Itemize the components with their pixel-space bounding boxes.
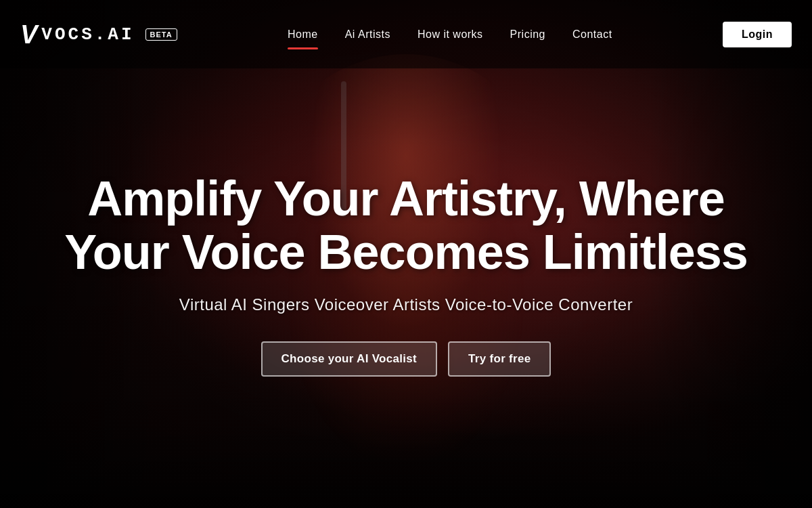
- beta-badge: BETA: [145, 28, 177, 41]
- hero-subtitle: Virtual AI Singers Voiceover Artists Voi…: [179, 295, 633, 314]
- hero-title-line2: Your Voice Becomes Limitless: [64, 226, 748, 279]
- nav-item-contact[interactable]: Contact: [572, 28, 612, 41]
- nav-link-contact[interactable]: Contact: [572, 28, 612, 44]
- nav-item-how-it-works[interactable]: How it works: [418, 28, 483, 41]
- nav-item-pricing[interactable]: Pricing: [510, 28, 545, 41]
- choose-vocalist-button[interactable]: Choose your AI Vocalist: [261, 341, 438, 377]
- hero-buttons: Choose your AI Vocalist Try for free: [261, 341, 551, 377]
- hero-title-line1: Amplify Your Artistry, Where: [87, 172, 725, 226]
- hero-section: V VOCS.AI BETA Home Ai Artists How it wo…: [0, 0, 812, 508]
- hero-content: Amplify Your Artistry, Where Your Voice …: [0, 0, 812, 508]
- logo-brand-name: VOCS.AI: [41, 24, 134, 45]
- logo-area: V VOCS.AI BETA: [20, 22, 177, 47]
- login-button[interactable]: Login: [723, 22, 792, 47]
- nav-links: Home Ai Artists How it works Pricing Con…: [288, 28, 612, 41]
- nav-link-home[interactable]: Home: [288, 28, 318, 44]
- nav-link-ai-artists[interactable]: Ai Artists: [345, 28, 390, 44]
- nav-item-ai-artists[interactable]: Ai Artists: [345, 28, 390, 41]
- nav-item-home[interactable]: Home: [288, 28, 318, 41]
- logo-v-letter: V: [20, 22, 37, 47]
- try-for-free-button[interactable]: Try for free: [448, 341, 551, 377]
- nav-link-how-it-works[interactable]: How it works: [418, 28, 483, 44]
- navbar: V VOCS.AI BETA Home Ai Artists How it wo…: [0, 0, 812, 68]
- nav-link-pricing[interactable]: Pricing: [510, 28, 545, 44]
- logo: V VOCS.AI: [20, 22, 135, 47]
